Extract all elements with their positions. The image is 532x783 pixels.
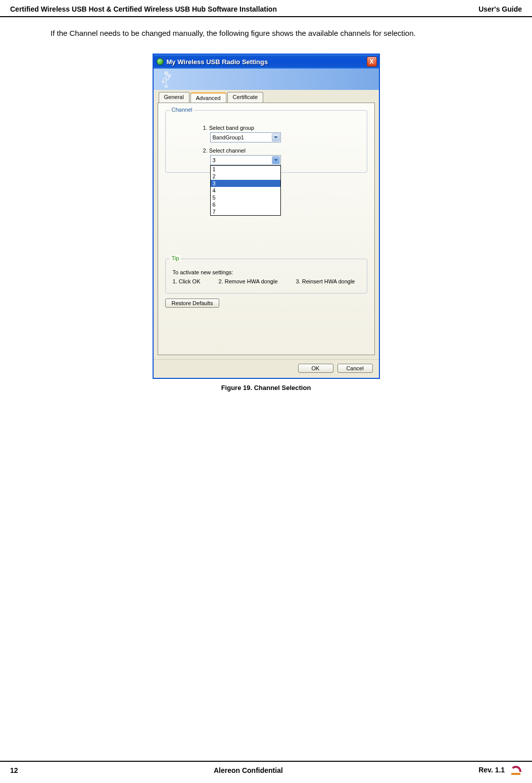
tab-general[interactable]: General [159, 92, 189, 103]
svg-point-1 [162, 81, 164, 83]
restore-defaults-button[interactable]: Restore Defaults [165, 299, 220, 308]
channel-dropdown[interactable]: 1 2 3 4 5 6 7 [210, 165, 281, 216]
tab-panel-advanced: Channel 1. Select band group BandGroup1 … [158, 103, 375, 355]
channel-value: 3 [213, 157, 216, 163]
restore-row: Restore Defaults [165, 299, 367, 308]
tip-step2: 2. Remove HWA dongle [219, 277, 278, 286]
tip-group: Tip To activate new settings: 1. Click O… [165, 259, 367, 293]
tip-line1: To activate new settings: [173, 268, 360, 277]
tip-body: To activate new settings: 1. Click OK 2.… [173, 268, 360, 286]
band-group-label: 1. Select band group [203, 125, 360, 131]
channel-select[interactable]: 3 1 2 3 4 5 6 7 [210, 155, 281, 165]
revision-label: Rev. 1.1 [478, 766, 505, 774]
channel-fields: 1. Select band group BandGroup1 2. Selec… [203, 125, 360, 165]
usb-icon [160, 71, 173, 88]
window-banner [154, 69, 379, 90]
footer-right-wrap: Rev. 1.1 [478, 765, 522, 776]
channel-group: Channel 1. Select band group BandGroup1 … [165, 110, 367, 173]
channel-legend: Channel [170, 107, 195, 113]
close-button[interactable]: X [367, 57, 377, 67]
svg-rect-2 [168, 75, 170, 77]
band-group-select[interactable]: BandGroup1 [210, 132, 281, 142]
band-group-value: BandGroup1 [213, 134, 244, 140]
channel-option[interactable]: 7 [211, 208, 280, 215]
page-footer: 12 Alereon Confidential Rev. 1.1 [0, 761, 532, 776]
channel-option[interactable]: 5 [211, 194, 280, 201]
figure-wrap: My Wireless USB Radio Settings X [0, 54, 532, 392]
window-titlebar[interactable]: My Wireless USB Radio Settings X [154, 55, 379, 69]
tip-step1: 1. Click OK [173, 277, 201, 286]
window-title: My Wireless USB Radio Settings [167, 58, 268, 66]
doc-section-title: Certified Wireless USB Host & Certified … [10, 5, 277, 13]
channel-option[interactable]: 1 [211, 166, 280, 173]
page-number: 12 [10, 766, 18, 774]
page-header: Certified Wireless USB Host & Certified … [0, 0, 532, 17]
brand-logo-icon [510, 765, 522, 776]
tip-legend: Tip [170, 255, 181, 261]
tab-advanced[interactable]: Advanced [190, 92, 226, 103]
channel-option[interactable]: 3 [211, 180, 280, 187]
tip-step3: 3. Reinsert HWA dongle [296, 277, 355, 286]
channel-option[interactable]: 4 [211, 187, 280, 194]
close-icon: X [369, 58, 373, 65]
select-channel-label: 2. Select channel [203, 148, 360, 154]
doc-guide-label: User's Guide [478, 5, 522, 13]
channel-option[interactable]: 2 [211, 173, 280, 180]
figure-caption: Figure 19. Channel Selection [221, 384, 311, 392]
tab-row: General Advanced Certificate [159, 92, 379, 103]
chevron-down-icon[interactable] [272, 133, 280, 141]
svg-point-0 [165, 72, 168, 75]
settings-window: My Wireless USB Radio Settings X [153, 54, 380, 379]
app-icon [157, 58, 164, 65]
dialog-footer: OK Cancel [154, 359, 379, 378]
tab-certificate[interactable]: Certificate [227, 92, 264, 103]
footer-center: Alereon Confidential [214, 766, 283, 774]
tip-steps-row: 1. Click OK 2. Remove HWA dongle 3. Rein… [173, 277, 360, 286]
chevron-down-icon[interactable] [272, 156, 280, 164]
cancel-button[interactable]: Cancel [337, 364, 373, 373]
channel-option[interactable]: 6 [211, 201, 280, 208]
ok-button[interactable]: OK [298, 364, 333, 373]
body-paragraph: If the Channel needs to be changed manua… [0, 17, 532, 38]
